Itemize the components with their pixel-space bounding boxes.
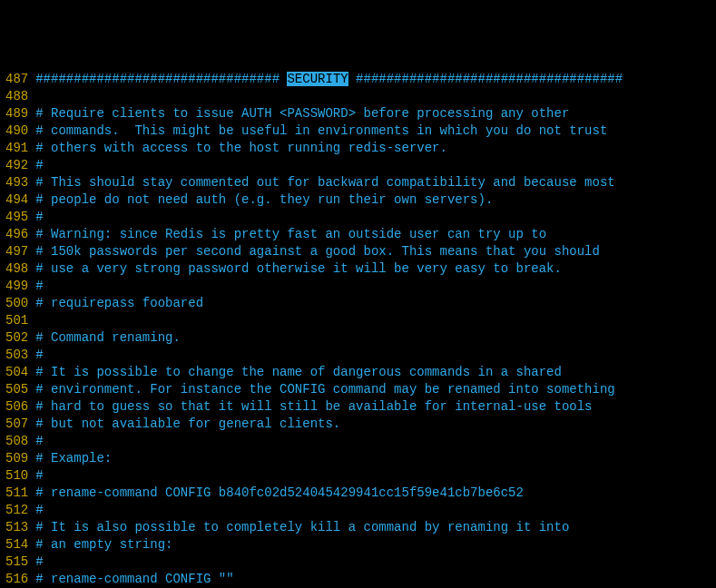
code-line[interactable]: # 150k passwords per second against a go… [35,243,716,260]
comment-text: # environment. For instance the CONFIG c… [35,382,615,397]
line-number: 509 [5,450,28,467]
line-number: 493 [5,174,28,191]
comment-text: # Example: [35,451,112,466]
code-line[interactable]: # commands. This might be useful in envi… [35,122,716,140]
line-number: 498 [5,260,28,278]
comment-text: # rename-command CONFIG "" [35,572,233,586]
line-number: 499 [5,278,28,295]
comment-text: # [35,348,43,362]
comment-text: # [35,468,43,483]
code-line[interactable] [35,88,716,105]
comment-text: # Command renaming. [35,330,181,345]
line-number: 487 [5,71,28,88]
code-line[interactable]: # [35,278,716,295]
comment-text: # but not available for general clients. [35,416,340,431]
code-line[interactable]: # Example: [35,450,716,467]
comment-text: # This should stay commented out for bac… [35,175,615,190]
code-line[interactable]: # but not available for general clients. [35,416,716,433]
comment-text: # commands. This might be useful in envi… [35,123,607,138]
code-line[interactable]: # [35,347,716,364]
line-number: 513 [5,519,28,536]
line-number: 488 [5,88,28,105]
line-number: 511 [5,485,28,502]
line-number: 514 [5,536,28,554]
code-line[interactable]: # hard to guess so that it will still be… [35,398,716,416]
code-line[interactable]: # Command renaming. [35,329,716,347]
code-line[interactable]: # [35,433,716,450]
line-number: 510 [5,467,28,485]
code-line[interactable]: # Warning: since Redis is pretty fast an… [35,226,716,243]
line-number: 504 [5,364,28,381]
code-editor[interactable]: 4874884894904914924934944954964974984995… [0,69,716,588]
line-number: 490 [5,122,28,140]
code-line[interactable]: # rename-command CONFIG b840fc02d5240454… [35,485,716,502]
code-line[interactable]: # requirepass foobared [35,295,716,312]
comment-text: # people do not need auth (e.g. they run… [35,192,493,207]
line-number: 501 [5,312,28,329]
code-line[interactable]: # Require clients to issue AUTH <PASSWOR… [35,105,716,122]
line-number: 515 [5,554,28,571]
comment-text: # [35,503,43,517]
comment-text: # It is also possible to completely kill… [35,520,569,534]
comment-text: # [35,554,43,569]
comment-text: # rename-command CONFIG b840fc02d5240454… [35,485,524,500]
comment-text: # [35,279,43,293]
line-number-gutter: 4874884894904914924934944954964974984995… [0,71,35,588]
line-number: 505 [5,381,28,398]
comment-text: # others with access to the host running… [35,141,447,155]
code-line[interactable]: # [35,467,716,485]
comment-text: # [35,158,43,172]
code-line[interactable]: # It is possible to change the name of d… [35,364,716,381]
line-number: 489 [5,105,28,122]
code-line[interactable]: # [35,209,716,226]
section-label-security: SECURITY [287,72,348,86]
code-line[interactable]: ################################ SECURIT… [35,71,716,88]
line-number: 491 [5,140,28,157]
code-line[interactable]: # environment. For instance the CONFIG c… [35,381,716,398]
comment-text: # hard to guess so that it will still be… [35,399,592,414]
code-line[interactable]: # [35,502,716,519]
code-line[interactable]: # people do not need auth (e.g. they run… [35,191,716,209]
code-line[interactable]: # use a very strong password otherwise i… [35,260,716,278]
comment-text: # requirepass foobared [35,296,203,310]
code-line[interactable]: # [35,554,716,571]
comment-text: # [35,434,43,448]
line-number: 512 [5,502,28,519]
line-number: 494 [5,191,28,209]
comment-text: # an empty string: [35,537,172,552]
code-content[interactable]: ################################ SECURIT… [35,71,716,588]
line-number: 507 [5,416,28,433]
code-line[interactable]: # It is also possible to completely kill… [35,519,716,536]
code-line[interactable]: # This should stay commented out for bac… [35,174,716,191]
line-number: 508 [5,433,28,450]
line-number: 516 [5,571,28,588]
line-number: 492 [5,157,28,174]
code-line[interactable]: # others with access to the host running… [35,140,716,157]
comment-text: # Require clients to issue AUTH <PASSWOR… [35,106,569,121]
comment-text: # Warning: since Redis is pretty fast an… [35,227,546,241]
line-number: 503 [5,347,28,364]
code-line[interactable]: # rename-command CONFIG "" [35,571,716,588]
code-line[interactable] [35,312,716,329]
section-hash-suffix: ################################### [356,72,623,86]
line-number: 497 [5,243,28,260]
code-line[interactable]: # an empty string: [35,536,716,554]
line-number: 496 [5,226,28,243]
line-number: 502 [5,329,28,347]
line-number: 506 [5,398,28,416]
comment-text: # 150k passwords per second against a go… [35,244,600,259]
comment-text: # It is possible to change the name of d… [35,365,562,379]
code-line[interactable]: # [35,157,716,174]
comment-text: # use a very strong password otherwise i… [35,261,562,276]
line-number: 495 [5,209,28,226]
line-number: 500 [5,295,28,312]
section-hash-prefix: ################################ [35,72,280,86]
comment-text: # [35,210,43,224]
